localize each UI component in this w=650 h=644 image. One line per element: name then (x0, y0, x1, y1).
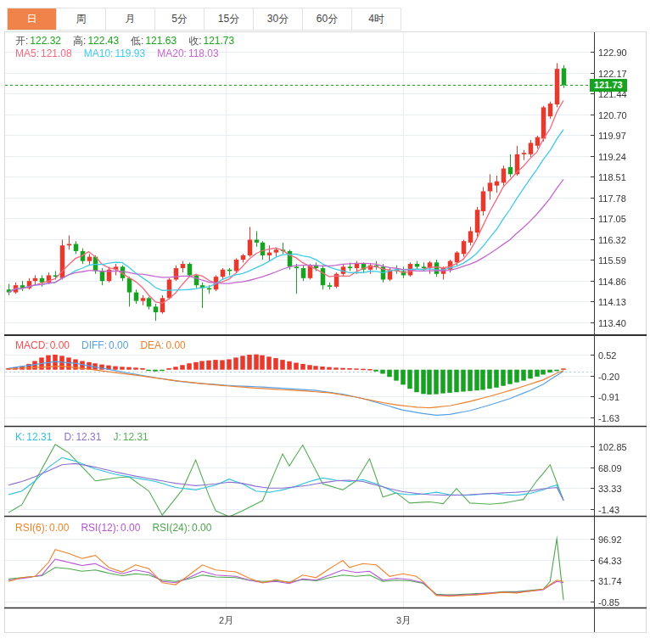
ma5-value: MA5:121.08 (15, 48, 72, 59)
macd-value: MACD:0.00 (15, 339, 70, 351)
period-tab-bar: 日 周 月 5分 15分 30分 60分 4时 (7, 8, 401, 31)
rsi12-value: RSI(12):0.00 (81, 522, 140, 534)
open-value: 开:122.32 (15, 35, 61, 47)
current-price-tag: 121.73 (590, 79, 627, 92)
k-value: K:12.31 (15, 431, 52, 443)
tab-4hour[interactable]: 4时 (352, 8, 401, 30)
diff-value: DIFF:0.00 (81, 339, 128, 351)
d-value: D:12.31 (64, 431, 101, 443)
tab-15min[interactable]: 15分 (205, 8, 254, 30)
j-value: J:12.31 (113, 431, 148, 443)
tab-month[interactable]: 月 (106, 8, 155, 30)
dea-value: DEA:0.00 (140, 339, 185, 351)
chart-canvas[interactable] (0, 0, 650, 644)
tab-5min[interactable]: 5分 (155, 8, 205, 30)
ohlc-info-row: 开:122.32 高:122.43 低:121.63 收:121.73 (15, 35, 234, 47)
close-value: 收:121.73 (188, 35, 234, 47)
x-axis-label-mar: 3月 (396, 614, 411, 627)
low-value: 低:121.63 (131, 35, 177, 47)
tab-day[interactable]: 日 (8, 8, 57, 30)
rsi24-value: RSI(24):0.00 (152, 522, 211, 534)
stock-chart-app: 日 周 月 5分 15分 30分 60分 4时 开:122.32 高:122.4… (0, 0, 650, 644)
macd-header-row: MACD:0.00 DIFF:0.00 DEA:0.00 (15, 339, 186, 351)
ma-info-row: MA5:121.08 MA10:119.93 MA20:118.03 (15, 48, 219, 59)
rsi-header-row: RSI(6):0.00 RSI(12):0.00 RSI(24):0.00 (15, 522, 211, 534)
x-axis-label-feb: 2月 (219, 614, 233, 627)
tab-week[interactable]: 周 (57, 8, 106, 30)
tab-30min[interactable]: 30分 (254, 8, 303, 30)
tab-60min[interactable]: 60分 (303, 8, 352, 30)
high-value: 高:122.43 (73, 35, 119, 47)
ma20-value: MA20:118.03 (157, 48, 219, 59)
rsi6-value: RSI(6):0.00 (15, 522, 69, 534)
kdj-header-row: K:12.31 D:12.31 J:12.31 (15, 431, 148, 443)
ma10-value: MA10:119.93 (84, 48, 146, 59)
